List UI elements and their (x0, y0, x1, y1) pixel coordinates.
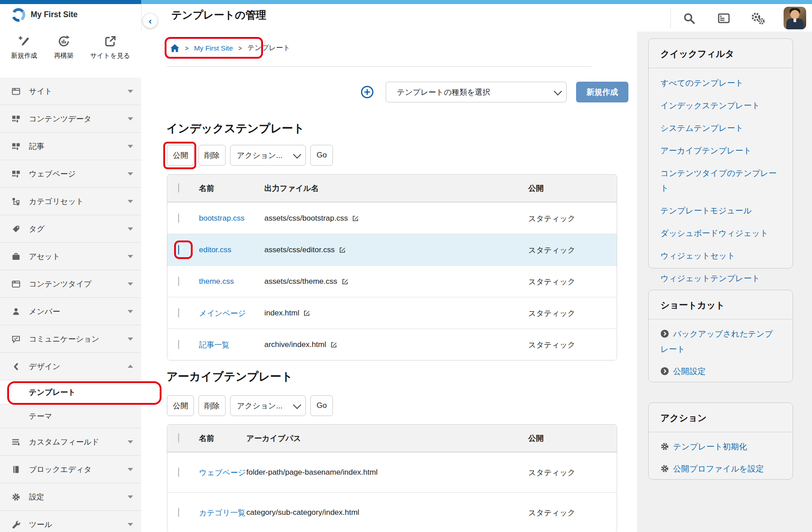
delete-button[interactable]: 削除 (198, 145, 226, 166)
publish-status: スタティック (528, 467, 575, 478)
row-checkbox[interactable] (178, 277, 179, 286)
template-link[interactable]: ウェブページ (199, 468, 246, 477)
chevron-down-icon (128, 172, 133, 176)
edit-file-icon[interactable] (341, 278, 349, 285)
home-icon[interactable] (170, 44, 180, 52)
publish-status: スタティック (528, 339, 575, 350)
row-checkbox[interactable] (178, 467, 179, 477)
row-checkbox[interactable] (178, 308, 179, 318)
row-checkbox[interactable] (178, 213, 179, 223)
breadcrumb-current: テンプレート (248, 43, 291, 53)
template-link[interactable]: theme.css (199, 277, 234, 286)
circle-arrow-icon (660, 367, 669, 375)
rebuild-button[interactable]: 再構築 (54, 35, 74, 60)
filter-widget-sets[interactable]: ウィジェットセット (660, 249, 781, 264)
sidebar-item-block-editor[interactable]: ブロックエディタ (0, 456, 141, 483)
sidebar-item-custom-fields[interactable]: カスタムフィールド (0, 428, 141, 456)
select-all-checkbox[interactable] (178, 433, 179, 443)
shortcuts-card: ショートカット バックアップされたテンプレート 公開設定 (648, 290, 793, 382)
row-checkbox[interactable] (178, 340, 179, 349)
chevron-up-icon (128, 365, 133, 368)
sidebar-item-themes[interactable]: テーマ (0, 404, 141, 428)
sidebar-item-design[interactable]: デザイン (0, 353, 141, 380)
search-icon[interactable] (683, 12, 695, 24)
publish-profile-link[interactable]: 公開プロファイルを設定 (660, 461, 781, 476)
template-link[interactable]: メインページ (199, 309, 246, 317)
sidebar-item-content-types[interactable]: コンテンツタイプ (0, 270, 141, 298)
chevron-down-icon (128, 282, 133, 286)
window-grid-icon (12, 280, 20, 288)
filter-index-templates[interactable]: インデックステンプレート (660, 98, 781, 113)
action-select[interactable]: アクション... (230, 145, 306, 166)
publish-button[interactable]: 公開 (167, 395, 194, 416)
edit-file-icon[interactable] (303, 310, 310, 317)
list-lines-icon (12, 438, 20, 446)
backup-templates-link[interactable]: バックアップされたテンプレート (660, 326, 781, 357)
go-button[interactable]: Go (310, 395, 333, 416)
edit-file-icon[interactable] (352, 215, 359, 222)
sidebar-item-content-data[interactable]: コンテンツデータ (0, 105, 141, 133)
publish-button[interactable]: 公開 (167, 145, 194, 166)
filter-system-templates[interactable]: システムテンプレート (660, 121, 781, 136)
sidebar-item-pages[interactable]: ウェブページ (0, 160, 141, 188)
sidebar-item-templates[interactable]: テンプレート (0, 380, 141, 404)
table-row: 記事一覧 archive/index.html スタティック (167, 328, 617, 360)
filter-content-type-templates[interactable]: コンテンツタイプのテンプレート (660, 166, 781, 196)
row-checkbox-checked[interactable] (178, 245, 179, 254)
create-new-button[interactable]: 新規作成 (11, 35, 37, 60)
row-checkbox[interactable] (178, 508, 179, 517)
template-link[interactable]: bootstrap.css (199, 214, 245, 222)
edit-file-icon[interactable] (330, 341, 337, 348)
topstrip-light (141, 0, 812, 4)
sidebar-collapse-button[interactable]: ‹ (143, 14, 157, 28)
breadcrumb-site-link[interactable]: My First Site (194, 44, 233, 52)
filter-archive-templates[interactable]: アーカイブテンプレート (660, 143, 781, 158)
sidebar-item-assets[interactable]: アセット (0, 243, 141, 270)
chevron-down-icon (128, 440, 133, 444)
template-link[interactable]: カテゴリ一覧 (199, 509, 246, 517)
sidebar-item-tools[interactable]: ツール (0, 511, 141, 532)
breadcrumb: > My First Site > テンプレート (170, 43, 290, 53)
sidebar-item-settings[interactable]: 設定 (0, 483, 141, 511)
chevron-down-icon (128, 200, 133, 203)
sidebar-item-category-sets[interactable]: カテゴリセット (0, 188, 141, 215)
sidebar-item-entries[interactable]: 記事 (0, 133, 141, 160)
delete-button[interactable]: 削除 (198, 395, 226, 416)
archive-templates-heading: アーカイブテンプレート (166, 369, 293, 384)
header: My First Site テンプレートの管理 (0, 4, 812, 32)
select-all-checkbox[interactable] (178, 183, 179, 193)
table-row: bootstrap.css assets/css/bootstrap.css ス… (167, 202, 617, 234)
publish-settings-link[interactable]: 公開設定 (660, 364, 781, 379)
pencil-plus-icon (18, 35, 30, 47)
action-select[interactable]: アクション... (230, 395, 306, 416)
publish-status: スタティック (528, 276, 575, 287)
template-link[interactable]: 記事一覧 (199, 340, 230, 349)
sidebar-item-communication[interactable]: コミュニケーション (0, 325, 141, 353)
filter-all-templates[interactable]: すべてのテンプレート (660, 76, 781, 91)
right-rail: クイックフィルタ すべてのテンプレート インデックステンプレート システムテンプ… (637, 32, 812, 532)
edit-file-icon[interactable] (339, 246, 346, 254)
filter-widget-templates[interactable]: ウィジェットテンプレート (660, 271, 781, 286)
view-site-button[interactable]: サイトを見る (90, 35, 130, 60)
chevron-down-icon (128, 310, 133, 313)
template-type-select[interactable]: テンプレートの種類を選択 (386, 82, 567, 102)
filter-dashboard-widgets[interactable]: ダッシュボードウィジェット (660, 226, 781, 241)
filter-template-modules[interactable]: テンプレートモジュール (660, 204, 781, 218)
publish-status: スタティック (528, 245, 575, 255)
window-icon (12, 87, 20, 96)
sidebar-item-tags[interactable]: タグ (0, 215, 141, 243)
sidebar-item-site[interactable]: サイト (0, 78, 141, 105)
gear-icon (660, 442, 669, 451)
user-avatar[interactable] (784, 7, 806, 29)
system-settings-gears-icon[interactable] (751, 12, 765, 25)
list-menu-icon[interactable] (717, 12, 730, 24)
template-link[interactable]: editor.css (199, 245, 231, 254)
sidebar-item-members[interactable]: メンバー (0, 298, 141, 325)
refresh-templates-link[interactable]: テンプレート初期化 (660, 439, 781, 454)
table-header: 名前 アーカイブパス 公開 (167, 425, 617, 452)
plus-circle-icon[interactable] (360, 85, 374, 99)
circle-arrow-icon (660, 329, 669, 338)
gear-icon (660, 464, 669, 473)
go-button[interactable]: Go (310, 145, 333, 166)
create-new-template-button[interactable]: 新規作成 (576, 82, 628, 102)
